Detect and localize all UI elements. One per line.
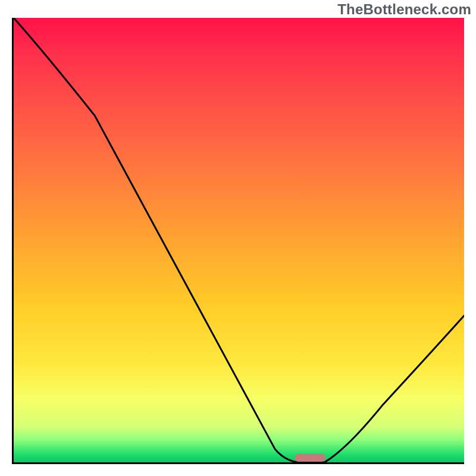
watermark-text: TheBottleneck.com	[337, 1, 471, 18]
plot-frame	[12, 18, 464, 464]
optimal-marker	[295, 454, 325, 462]
bottleneck-curve	[14, 18, 464, 462]
chart-container: TheBottleneck.com	[0, 0, 476, 476]
